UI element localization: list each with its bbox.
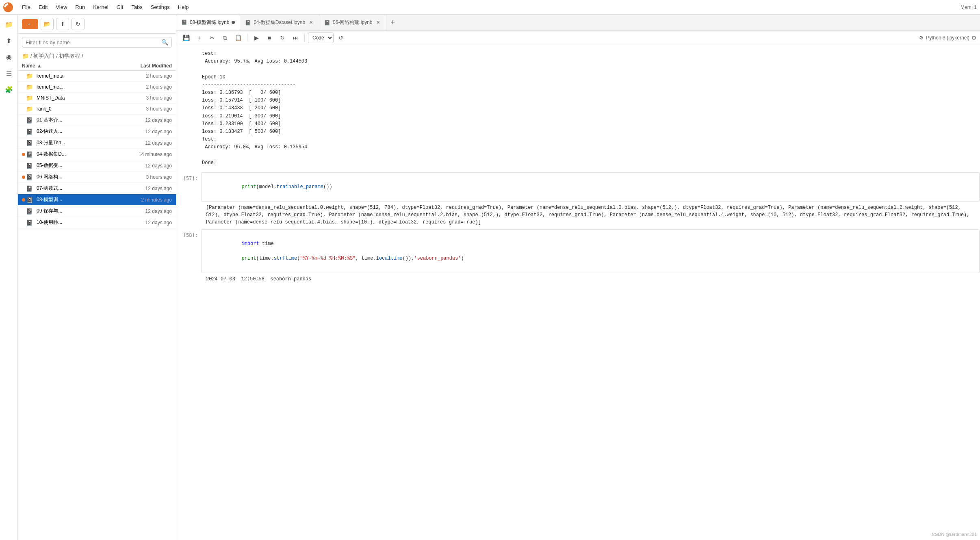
sort-icon: ▲ [37,63,42,69]
file-row[interactable]: 📓05-数据变...12 days ago [18,160,176,171]
menu-settings[interactable]: Settings [147,2,174,12]
run-button[interactable]: ▶ [251,33,262,43]
file-panel-toolbar: + 📂 ⬆ ↻ [18,15,176,34]
upload-button[interactable]: ⬆ [56,18,69,30]
file-row[interactable]: 📓08-模型训...2 minutes ago [18,194,176,206]
menu-view[interactable]: View [52,2,71,12]
notebook-icon: 📓 [26,197,34,203]
menu-file[interactable]: File [18,2,35,12]
breadcrumb-part1[interactable]: / 初学入门 [30,52,54,60]
toolbar-separator-2 [304,34,305,42]
menu-run[interactable]: Run [71,2,89,12]
file-modified-time: 12 days ago [115,220,172,226]
paste-button[interactable]: 📋 [232,33,244,43]
menu-help[interactable]: Help [174,2,193,12]
nb-content: test: Accuracy: 95.7%, Avg loss: 0.14450… [176,45,980,540]
code-time-obj: time. [259,256,274,261]
file-row[interactable]: 📓06-网络构...3 hours ago [18,171,176,183]
col-name-label: Name [22,63,35,69]
copy-button[interactable]: ⧉ [219,33,231,43]
tab-08[interactable]: 📓 08-模型训练.ipynb [176,15,240,31]
sidebar-puzzle-icon[interactable]: 🧩 [2,83,15,96]
file-dot [22,174,26,180]
cell-type-select[interactable]: Code [308,33,334,43]
file-row[interactable]: 📓10-使用静...12 days ago [18,217,176,228]
code-model-obj: model. [259,184,277,190]
stop-button[interactable]: ■ [264,33,275,43]
code-print-kw: print [241,184,256,190]
code-comma: , time. [356,256,376,261]
restart-button[interactable]: ↻ [277,33,288,43]
kernel-label: Python 3 (ipykernel) [926,35,969,41]
file-modified-time: 2 hours ago [115,84,172,90]
file-row[interactable]: 📁MNIST_Data3 hours ago [18,93,176,104]
output-text-1: test: Accuracy: 95.7%, Avg loss: 0.14450… [176,45,980,172]
code-print-kw2: print [241,256,256,261]
search-input[interactable] [26,39,159,46]
breadcrumb: 📁 / 初学入门 / 初学教程 / [18,51,176,61]
cell-57-output: [Parameter (name=dense_relu_sequential.0… [201,202,980,228]
col-name-header[interactable]: Name ▲ [22,63,115,69]
file-dot [22,197,26,203]
file-modified-time: 2 hours ago [115,73,172,79]
notebook-icon: 📓 [26,140,34,146]
notebook-icon: 📓 [26,151,34,158]
folder-button[interactable]: 📂 [41,18,54,30]
tab-06-close[interactable]: ✕ [375,20,381,26]
file-row[interactable]: 📓02-快速入...12 days ago [18,126,176,137]
notebook-icon: 📓 [26,219,34,226]
sidebar-folder-icon[interactable]: 📁 [2,18,15,31]
file-modified-time: 2 minutes ago [115,197,172,203]
tab-add-button[interactable]: + [386,18,399,27]
menu-tabs[interactable]: Tabs [127,2,146,12]
file-row[interactable]: 📁kernel_meta2 hours ago [18,71,176,82]
notebook-icon: 📓 [26,174,34,180]
file-modified-time: 12 days ago [115,129,172,134]
file-table-header: Name ▲ Last Modified [18,61,176,71]
folder-icon: 📁 [26,106,34,112]
settings-icon[interactable]: ⚙ [919,35,924,41]
menu-kernel[interactable]: Kernel [89,2,113,12]
col-modified-header[interactable]: Last Modified [115,63,172,69]
file-row[interactable]: 📁kernel_met...2 hours ago [18,82,176,93]
new-button[interactable]: + [22,19,38,29]
memory-label: Mem: 1 [960,4,977,10]
tab-06[interactable]: 📓 06-网络构建.ipynb ✕ [319,15,386,31]
file-modified-time: 12 days ago [115,117,172,123]
file-row[interactable]: 📓04-数据集D...14 minutes ago [18,149,176,160]
code-call2: ()), [403,256,414,261]
menu-git[interactable]: Git [113,2,128,12]
sidebar-upload-icon[interactable]: ⬆ [2,34,15,47]
file-row[interactable]: 📓03-张量Ten...12 days ago [18,137,176,149]
tab-04[interactable]: 📓 04-数据集Dataset.ipynb ✕ [240,15,319,31]
sidebar-circle-icon[interactable]: ◉ [2,50,15,63]
folder-icon: 📂 [43,21,50,27]
refresh-kernel-button[interactable]: ↺ [335,33,347,43]
cell-57-code[interactable]: print(model.trainable_params()) [201,172,980,202]
folder-icon: 📁 [26,73,34,79]
file-row[interactable]: 📓07-函数式...12 days ago [18,183,176,194]
file-name-label: MNIST_Data [37,95,115,101]
file-row[interactable]: 📓01-基本介...12 days ago [18,115,176,126]
breadcrumb-part2[interactable]: / 初学教程 / [56,52,83,60]
sidebar-list-icon[interactable]: ☰ [2,67,15,80]
cell-58-code[interactable]: import time print(time.strftime("%Y-%m-%… [201,229,980,273]
code-paren-open: ( [256,184,259,190]
add-cell-button[interactable]: + [193,33,205,43]
file-row[interactable]: 📁rank_03 hours ago [18,104,176,115]
refresh-button[interactable]: ↻ [72,18,85,30]
file-name-label: 09-保存与... [37,208,115,215]
notebook-icon: 📓 [26,128,34,135]
code-strftime: strftime [274,256,297,261]
cut-button[interactable]: ✂ [206,33,218,43]
notebook-icon: 📓 [26,163,34,169]
toolbar-separator-1 [247,34,247,42]
file-row[interactable]: 📓09-保存与...12 days ago [18,206,176,217]
folder-icon: 📁 [26,84,34,90]
tab-04-close[interactable]: ✕ [308,20,314,26]
save-button[interactable]: 💾 [180,33,192,43]
menu-edit[interactable]: Edit [35,2,52,12]
folder-small-icon: 📁 [22,53,29,59]
file-modified-time: 12 days ago [115,186,172,191]
restart-run-button[interactable]: ⏭ [290,33,301,43]
